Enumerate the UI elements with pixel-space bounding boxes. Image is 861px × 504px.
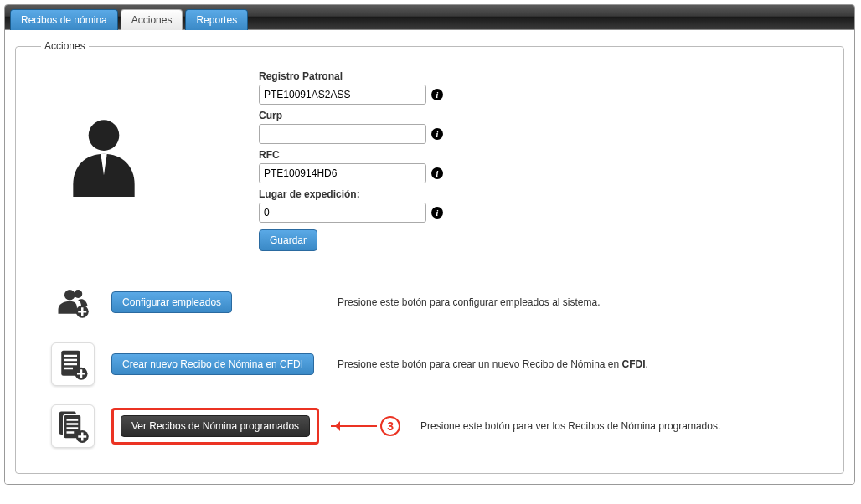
info-icon[interactable]: i — [431, 207, 443, 219]
tab-reportes[interactable]: Reportes — [185, 9, 248, 30]
curp-label: Curp — [259, 110, 443, 121]
svg-rect-9 — [64, 359, 77, 362]
svg-rect-17 — [67, 419, 79, 421]
tab-bar: Recibos de nómina Acciones Reportes — [5, 5, 854, 30]
svg-point-2 — [64, 290, 75, 301]
guardar-button[interactable]: Guardar — [259, 229, 317, 251]
svg-point-1 — [101, 154, 107, 160]
rfc-input[interactable] — [259, 163, 426, 183]
info-icon[interactable]: i — [431, 128, 443, 140]
svg-rect-8 — [64, 355, 77, 357]
configurar-empleados-button[interactable]: Configurar empleados — [111, 291, 232, 313]
svg-rect-11 — [64, 368, 73, 370]
registro-label: Registro Patronal — [259, 70, 443, 82]
annotation-highlight: Ver Recibos de Nómina programados — [111, 408, 319, 445]
svg-rect-10 — [64, 363, 77, 366]
document-plus-icon — [51, 342, 95, 386]
svg-rect-23 — [78, 435, 86, 438]
tab-recibos[interactable]: Recibos de nómina — [10, 9, 118, 30]
info-icon[interactable]: i — [431, 167, 443, 179]
registro-input[interactable] — [259, 85, 426, 105]
svg-rect-18 — [67, 423, 79, 425]
rfc-label: RFC — [259, 149, 443, 161]
info-icon[interactable]: i — [431, 89, 443, 100]
configurar-empleados-desc: Presione este botón para configurar empl… — [338, 296, 601, 308]
users-plus-icon — [51, 280, 95, 324]
ver-recibos-desc: Presione este botón para ver los Recibos… — [420, 420, 720, 432]
ver-recibos-button[interactable]: Ver Recibos de Nómina programados — [121, 415, 310, 437]
svg-point-0 — [89, 120, 120, 151]
svg-rect-14 — [77, 373, 85, 375]
tab-acciones[interactable]: Acciones — [121, 9, 183, 30]
curp-input[interactable] — [259, 124, 426, 144]
svg-rect-19 — [67, 427, 79, 429]
window: Recibos de nómina Acciones Reportes Acci… — [4, 4, 855, 485]
svg-point-3 — [74, 290, 82, 298]
person-icon — [66, 114, 142, 208]
svg-rect-6 — [78, 311, 86, 313]
svg-rect-20 — [67, 431, 75, 434]
lugar-label: Lugar de expedición: — [259, 188, 443, 200]
fieldset-legend: Acciones — [41, 40, 89, 52]
documents-plus-icon — [51, 404, 95, 448]
crear-recibo-desc: Presione este botón para crear un nuevo … — [338, 358, 648, 370]
crear-recibo-button[interactable]: Crear nuevo Recibo de Nómina en CFDI — [111, 353, 314, 375]
annotation-number: 3 — [380, 416, 400, 436]
acciones-fieldset: Acciones Registro Patronal i Curp — [15, 40, 844, 474]
annotation-arrow: 3 — [331, 416, 400, 436]
lugar-input[interactable] — [259, 203, 426, 223]
